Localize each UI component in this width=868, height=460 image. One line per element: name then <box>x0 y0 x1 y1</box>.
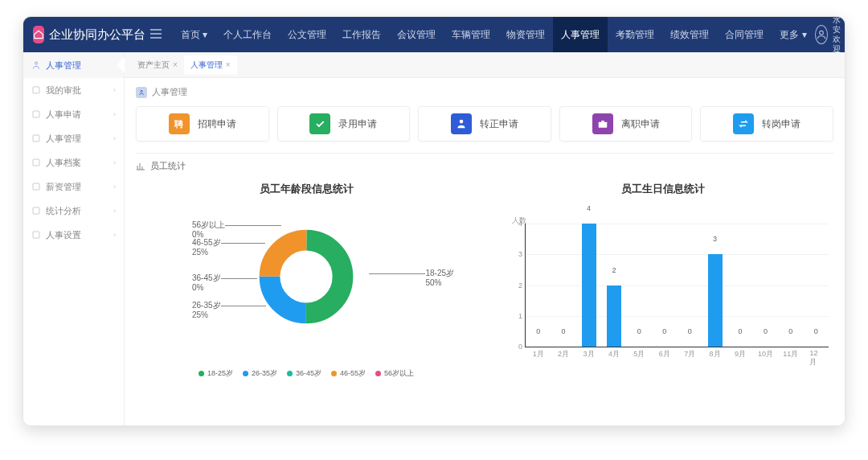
nav-item[interactable]: 更多 ▾ <box>772 17 814 52</box>
bar <box>582 224 596 347</box>
donut-title: 员工年龄段信息统计 <box>136 182 477 196</box>
card-icon <box>451 113 472 134</box>
sidebar-item[interactable]: 人事管理› <box>23 126 124 150</box>
card-icon <box>309 113 330 134</box>
nav-item[interactable]: 物资管理 <box>498 17 553 52</box>
legend-item: 26-35岁 <box>243 368 277 379</box>
svg-rect-6 <box>33 183 39 190</box>
card-icon <box>592 113 613 134</box>
nav-item[interactable]: 个人工作台 <box>215 17 280 52</box>
donut-legend: 18-25岁26-35岁36-45岁46-55岁56岁以上 <box>136 368 477 379</box>
nav-item[interactable]: 车辆管理 <box>444 17 498 52</box>
action-card[interactable]: 离职申请 <box>559 106 693 142</box>
user-name: 古水安 <box>833 16 845 35</box>
svg-point-1 <box>35 62 38 64</box>
sidebar: 人事管理 我的审批›人事申请›人事管理›人事档案›薪资管理›统计分析›人事设置› <box>23 52 125 425</box>
app-logo <box>33 26 44 43</box>
menu-toggle-icon[interactable] <box>150 29 162 41</box>
svg-rect-8 <box>33 232 39 238</box>
section-icon <box>136 87 147 98</box>
bar-title: 员工生日信息统计 <box>493 182 833 196</box>
nav-item[interactable]: 绩效管理 <box>662 17 717 52</box>
sidebar-item[interactable]: 人事档案› <box>23 150 124 175</box>
svg-rect-5 <box>33 159 39 166</box>
nav-item[interactable]: 考勤管理 <box>608 17 662 52</box>
donut-label: 26-35岁25% <box>192 301 221 320</box>
close-icon[interactable]: × <box>173 60 178 69</box>
close-icon[interactable]: × <box>226 60 231 69</box>
avatar-icon <box>815 25 828 44</box>
action-card[interactable]: 录用申请 <box>277 106 411 142</box>
bar-chart: 员工生日信息统计 人数 0123401月02月43月24月05月06月07月38… <box>493 177 833 379</box>
stat-header: 员工统计 <box>136 153 833 172</box>
nav-item[interactable]: 首页 ▾ <box>173 17 215 52</box>
donut-label: 56岁以上0% <box>192 220 225 240</box>
svg-rect-11 <box>598 122 607 128</box>
legend-item: 36-45岁 <box>287 368 321 379</box>
svg-rect-2 <box>33 87 39 93</box>
action-card[interactable]: 转正申请 <box>418 106 551 142</box>
svg-point-0 <box>819 31 823 35</box>
card-icon <box>733 113 754 134</box>
sidebar-item[interactable]: 人事申请› <box>23 102 124 126</box>
svg-point-10 <box>460 120 464 124</box>
svg-rect-7 <box>33 207 39 214</box>
donut-label: 18-25岁50% <box>425 269 454 288</box>
bar <box>607 285 621 347</box>
top-nav: 首页 ▾个人工作台公文管理工作报告会议管理车辆管理物资管理人事管理考勤管理绩效管… <box>173 17 815 52</box>
topbar: 企业协同办公平台 首页 ▾个人工作台公文管理工作报告会议管理车辆管理物资管理人事… <box>23 17 845 52</box>
tab-bar: 资产主页×人事管理× <box>125 52 845 78</box>
legend-item: 56岁以上 <box>375 368 414 379</box>
svg-point-9 <box>141 90 142 92</box>
action-cards: 聘招聘申请录用申请转正申请离职申请转岗申请 <box>136 106 833 142</box>
legend-item: 46-55岁 <box>331 368 366 379</box>
nav-item[interactable]: 工作报告 <box>334 17 389 52</box>
donut-label: 36-45岁0% <box>192 273 221 293</box>
section-header: 人事管理 <box>136 86 833 98</box>
nav-item[interactable]: 会议管理 <box>389 17 444 52</box>
action-card[interactable]: 转岗申请 <box>700 106 833 142</box>
donut-chart: 员工年龄段信息统计 18-25岁50% <box>136 177 477 379</box>
donut-label: 46-55岁25% <box>192 238 221 257</box>
nav-item[interactable]: 人事管理 <box>553 17 608 52</box>
sidebar-header[interactable]: 人事管理 <box>23 52 124 78</box>
action-card[interactable]: 聘招聘申请 <box>136 106 269 142</box>
card-icon: 聘 <box>169 113 190 134</box>
bar <box>708 254 723 347</box>
nav-item[interactable]: 公文管理 <box>280 17 334 52</box>
nav-item[interactable]: 合同管理 <box>717 17 772 52</box>
tab[interactable]: 资产主页× <box>131 55 184 75</box>
svg-rect-4 <box>33 135 39 142</box>
sidebar-item[interactable]: 我的审批› <box>23 78 124 102</box>
svg-rect-3 <box>33 111 39 117</box>
app-title: 企业协同办公平台 <box>49 27 145 43</box>
tab[interactable]: 人事管理× <box>184 55 237 75</box>
sidebar-item[interactable]: 人事设置› <box>23 223 124 247</box>
sidebar-item[interactable]: 统计分析› <box>23 199 124 223</box>
sidebar-item[interactable]: 薪资管理› <box>23 175 124 199</box>
legend-item: 18-25岁 <box>199 368 233 379</box>
